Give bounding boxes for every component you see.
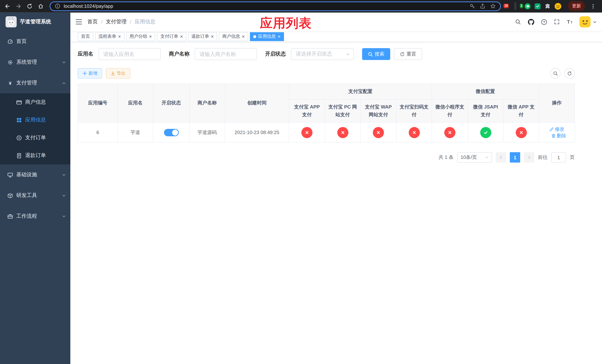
- tab-label: 退款订单: [191, 33, 209, 40]
- extension-wechat-icon[interactable]: [525, 3, 531, 9]
- breadcrumb-pay-management[interactable]: 支付管理: [106, 19, 127, 25]
- delete-link[interactable]: 删除: [551, 132, 566, 139]
- active-dot-icon: [253, 35, 256, 38]
- extensions-puzzle-icon[interactable]: [545, 3, 550, 9]
- status-select-placeholder: 请选择开启状态: [296, 51, 332, 57]
- browser-profile-avatar[interactable]: [555, 3, 561, 10]
- sidebar-menu: 首页系统管理¥支付管理商户信息应用信息¥支付订单退款订单基础设施研发工具工作流程: [0, 31, 70, 227]
- browser-menu-button[interactable]: [588, 1, 598, 11]
- disabled-cross-icon: [301, 127, 312, 138]
- sidebar-item-workflow[interactable]: 工作流程: [0, 206, 70, 227]
- cell-app-id: 6: [78, 122, 118, 142]
- app-name-input[interactable]: [98, 48, 161, 60]
- sidebar-item-yen[interactable]: ¥支付管理: [0, 73, 70, 93]
- disabled-cross-icon: [373, 127, 384, 138]
- filter-bar: 应用名 商户名称 开启状态 请选择开启状态: [78, 48, 575, 60]
- tab-close-icon[interactable]: ×: [118, 34, 121, 39]
- tab-close-icon[interactable]: ×: [211, 34, 214, 39]
- help-icon[interactable]: ?: [540, 19, 547, 25]
- sidebar-item-gear[interactable]: 系统管理: [0, 52, 70, 73]
- prev-page-button[interactable]: [496, 152, 506, 162]
- share-icon[interactable]: [480, 3, 485, 9]
- refresh-table-button[interactable]: [564, 68, 575, 78]
- status-select[interactable]: 请选择开启状态: [291, 48, 354, 60]
- reset-button[interactable]: 重置: [394, 48, 422, 60]
- tab-close-icon[interactable]: ×: [149, 34, 152, 39]
- extension-dark-circle-icon[interactable]: [514, 3, 516, 10]
- table-row: 6 芋道 芋道源码 2021-10-23 08:49:25: [78, 122, 575, 142]
- sidebar-item-monitor[interactable]: 基础设施: [0, 164, 70, 185]
- sidebar-item-box[interactable]: 研发工具: [0, 185, 70, 206]
- tab-close-icon[interactable]: ×: [242, 34, 245, 39]
- extension-green-square-icon[interactable]: [535, 3, 540, 9]
- col-group-wechat: 微信配置: [432, 84, 539, 99]
- sidebar-subitem-label: 退款订单: [25, 152, 46, 159]
- user-menu[interactable]: [580, 16, 597, 27]
- browser-back-button[interactable]: [2, 1, 13, 11]
- tab-item[interactable]: 用户分组×: [126, 32, 155, 41]
- tab-label: 首页: [81, 33, 90, 40]
- github-icon[interactable]: [527, 19, 534, 25]
- tab-item[interactable]: 首页: [78, 32, 93, 41]
- yen-icon: ¥: [7, 80, 13, 86]
- current-page-button[interactable]: 1: [510, 152, 520, 162]
- sidebar-item-label: 基础设施: [16, 171, 37, 178]
- col-header-wechat-jsapi: 微信 JSAPI 支付: [468, 99, 503, 122]
- bookmark-star-icon[interactable]: [490, 3, 496, 9]
- browser-window: localhost:1024/pay/app 10: [0, 0, 602, 364]
- col-header-wechat-app: 微信 APP 支付: [503, 99, 539, 122]
- disabled-cross-icon: [444, 127, 455, 138]
- disabled-cross-icon: [337, 127, 348, 138]
- page-size-select[interactable]: 10条/页: [457, 152, 492, 162]
- pagination: 共 1 条 10条/页 1: [78, 152, 575, 162]
- sidebar-item-label: 支付管理: [16, 80, 37, 86]
- col-header-status: 开启状态: [153, 84, 189, 122]
- app-logo-row[interactable]: 芋道管理系统: [0, 13, 70, 31]
- fullscreen-icon[interactable]: [553, 19, 560, 25]
- sidebar-item-label: 工作流程: [16, 213, 37, 220]
- tab-close-icon[interactable]: ×: [278, 34, 280, 39]
- sidebar-item-label: 首页: [16, 38, 27, 45]
- grid-icon: [16, 117, 22, 123]
- browser-home-button[interactable]: [35, 1, 46, 11]
- sidebar-subitem-grid[interactable]: 应用信息: [0, 111, 70, 129]
- tab-item[interactable]: 退款订单×: [188, 32, 217, 41]
- browser-update-button[interactable]: 更新: [568, 1, 585, 11]
- sidebar-subitem-coin[interactable]: ¥支付订单: [0, 129, 70, 147]
- search-icon: [368, 52, 373, 56]
- add-button[interactable]: 新增: [78, 68, 102, 78]
- jump-page-input[interactable]: [551, 152, 566, 162]
- tab-item[interactable]: 支付订单×: [157, 32, 186, 41]
- sidebar-item-dashboard[interactable]: 首页: [0, 31, 70, 52]
- sidebar-subitem-document[interactable]: 退款订单: [0, 147, 70, 164]
- coin-icon: ¥: [16, 135, 22, 140]
- tags-bar: 首页流程表单×用户分组×支付订单×退款订单×商户信息×应用信息×: [70, 31, 602, 42]
- password-key-icon[interactable]: [469, 3, 475, 9]
- address-bar[interactable]: localhost:1024/pay/app: [50, 1, 501, 11]
- next-page-button[interactable]: [524, 152, 534, 162]
- tab-item-active[interactable]: 应用信息×: [250, 32, 284, 41]
- merchant-name-input[interactable]: [195, 48, 257, 60]
- browser-forward-button[interactable]: [13, 1, 24, 11]
- table-toolbar: 新增 导出: [78, 68, 575, 78]
- col-header-app-name: 应用名: [118, 84, 153, 122]
- tab-close-icon[interactable]: ×: [180, 34, 183, 39]
- search-icon[interactable]: [515, 19, 521, 25]
- tab-item[interactable]: 流程表单×: [95, 32, 124, 41]
- extension-badge: 1: [520, 3, 523, 8]
- tab-item[interactable]: 商户信息×: [219, 32, 248, 41]
- search-button[interactable]: 搜索: [362, 48, 390, 60]
- sidebar-subitem-credit-card[interactable]: 商户信息: [0, 93, 70, 111]
- extension-badge: 10: [504, 3, 509, 8]
- font-size-icon[interactable]: TT: [567, 19, 573, 25]
- export-button[interactable]: 导出: [106, 68, 130, 78]
- status-toggle[interactable]: [164, 129, 179, 136]
- edit-link[interactable]: 修改: [549, 126, 564, 132]
- browser-refresh-button[interactable]: [24, 1, 35, 11]
- disabled-cross-icon: [408, 127, 420, 138]
- sidebar-toggle-button[interactable]: [70, 13, 87, 31]
- breadcrumb-home[interactable]: 首页: [87, 19, 98, 25]
- browser-toolbar: localhost:1024/pay/app 10: [0, 0, 602, 13]
- site-info-icon[interactable]: [55, 3, 60, 9]
- toggle-search-button[interactable]: [550, 68, 560, 78]
